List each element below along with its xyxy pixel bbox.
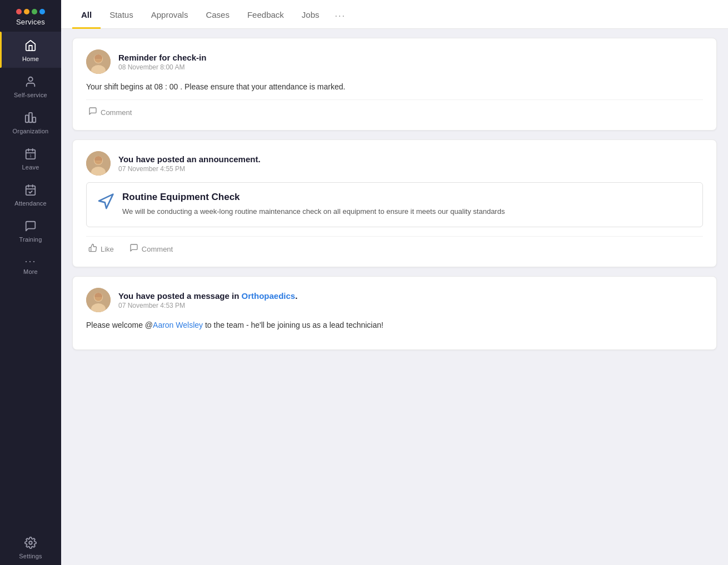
sidebar-training-label: Training xyxy=(19,236,42,243)
tab-status[interactable]: Status xyxy=(101,0,142,29)
sidebar-item-home[interactable]: Home xyxy=(0,32,61,68)
body-prefix-3: Please welcome @ xyxy=(86,321,153,329)
sidebar-logo: Services xyxy=(0,0,61,32)
logo-dots xyxy=(16,9,45,14)
sidebar-item-organization[interactable]: Organization xyxy=(0,104,61,140)
tab-approvals[interactable]: Approvals xyxy=(142,0,197,29)
tab-all[interactable]: All xyxy=(72,0,101,29)
svg-text:1: 1 xyxy=(29,154,32,158)
megaphone-icon xyxy=(97,193,114,214)
card-date-3: 07 November 4:53 PM xyxy=(118,302,297,309)
like-icon xyxy=(88,243,97,254)
tabs-bar: All Status Approvals Cases Feedback Jobs… xyxy=(61,0,728,29)
body-suffix-3: to the team - he'll be joining us as a l… xyxy=(203,321,383,329)
settings-icon xyxy=(24,537,37,551)
comment-button-1[interactable]: Comment xyxy=(86,106,134,119)
sidebar-home-label: Home xyxy=(22,56,39,62)
card-announcement: You have posted an announcement. 07 Nove… xyxy=(72,139,717,267)
card-body-1: Your shift begins at 08 : 00 . Please en… xyxy=(86,81,703,93)
leave-icon: 1 xyxy=(24,148,37,162)
card-header-3: You have posted a message in Orthopaedic… xyxy=(86,288,703,312)
svg-rect-9 xyxy=(26,186,36,196)
avatar-2 xyxy=(86,151,111,176)
sidebar-more-label: More xyxy=(23,268,38,275)
like-label: Like xyxy=(101,245,114,253)
active-indicator xyxy=(0,32,2,68)
organization-icon xyxy=(24,112,37,126)
tab-cases[interactable]: Cases xyxy=(197,0,238,29)
card-date-1: 08 November 8:00 AM xyxy=(118,63,206,71)
sidebar-attendance-label: Attendance xyxy=(14,200,47,207)
comment-label-2: Comment xyxy=(142,245,173,253)
sidebar-self-service-label: Self-service xyxy=(14,92,47,98)
sidebar-item-attendance[interactable]: Attendance xyxy=(0,176,61,212)
comment-icon-1 xyxy=(88,107,97,118)
card-title-suffix-3: . xyxy=(295,291,297,301)
card-title-2: You have posted an announcement. xyxy=(118,154,261,164)
svg-point-13 xyxy=(29,541,32,544)
tab-jobs[interactable]: Jobs xyxy=(293,0,328,29)
svg-point-0 xyxy=(28,77,32,81)
more-icon: ··· xyxy=(24,256,36,266)
announce-content: Routine Equipment Check We will be condu… xyxy=(122,192,692,218)
card-header-2: You have posted an announcement. 07 Nove… xyxy=(86,151,703,176)
sidebar-item-settings[interactable]: Settings xyxy=(0,529,61,565)
sidebar-item-leave[interactable]: 1 Leave xyxy=(0,140,61,176)
sidebar-organization-label: Organization xyxy=(13,128,49,134)
announcement-inner-card: Routine Equipment Check We will be condu… xyxy=(86,182,703,227)
comment-label-1: Comment xyxy=(101,108,132,117)
announce-title: Routine Equipment Check xyxy=(122,192,692,203)
comment-icon-2 xyxy=(129,243,138,254)
feed: Reminder for check-in 08 November 8:00 A… xyxy=(61,29,728,565)
training-icon xyxy=(24,220,37,234)
dot-green xyxy=(32,9,37,14)
orthopaedics-link[interactable]: Orthopaedics xyxy=(241,291,295,301)
dot-red xyxy=(16,9,22,14)
card-body-3: Please welcome @Aaron Welsley to the tea… xyxy=(86,319,703,331)
svg-rect-3 xyxy=(33,117,36,122)
dot-yellow xyxy=(24,9,29,14)
attendance-icon xyxy=(24,184,37,198)
comment-button-2[interactable]: Comment xyxy=(127,242,175,256)
sidebar-item-self-service[interactable]: Self-service xyxy=(0,68,61,104)
card-header: Reminder for check-in 08 November 8:00 A… xyxy=(86,49,703,74)
card-reminder: Reminder for check-in 08 November 8:00 A… xyxy=(72,38,717,131)
card-meta-3: You have posted a message in Orthopaedic… xyxy=(118,291,297,309)
sidebar-item-training[interactable]: Training xyxy=(0,212,61,248)
card-date-2: 07 November 4:55 PM xyxy=(118,165,261,173)
card-meta-2: You have posted an announcement. 07 Nove… xyxy=(118,154,261,173)
self-service-icon xyxy=(24,76,37,89)
aaron-welsley-link[interactable]: Aaron Welsley xyxy=(153,321,203,329)
sidebar-leave-label: Leave xyxy=(22,164,39,171)
svg-rect-1 xyxy=(26,115,29,122)
card-meta-1: Reminder for check-in 08 November 8:00 A… xyxy=(118,53,206,71)
card-actions-1: Comment xyxy=(86,99,703,119)
like-button[interactable]: Like xyxy=(86,242,116,256)
main-content: All Status Approvals Cases Feedback Jobs… xyxy=(61,0,728,565)
services-label: Services xyxy=(16,18,45,26)
sidebar: Services Home Self-service xyxy=(0,0,61,565)
announce-body: We will be conducting a week-long routin… xyxy=(122,206,692,218)
tab-more[interactable]: ··· xyxy=(328,1,352,29)
card-title-3: You have posted a message in Orthopaedic… xyxy=(118,291,297,301)
tab-feedback[interactable]: Feedback xyxy=(238,0,293,29)
sidebar-item-more[interactable]: ··· More xyxy=(0,248,61,281)
home-icon xyxy=(24,39,37,53)
card-title-1: Reminder for check-in xyxy=(118,53,206,62)
avatar-3 xyxy=(86,288,111,312)
dot-blue xyxy=(39,9,45,14)
card-actions-2: Like Comment xyxy=(86,236,703,256)
sidebar-settings-label: Settings xyxy=(19,553,42,559)
card-title-prefix-3: You have posted a message in xyxy=(118,291,241,301)
svg-rect-2 xyxy=(29,113,32,122)
avatar-1 xyxy=(86,49,111,74)
card-message: You have posted a message in Orthopaedic… xyxy=(72,276,717,349)
